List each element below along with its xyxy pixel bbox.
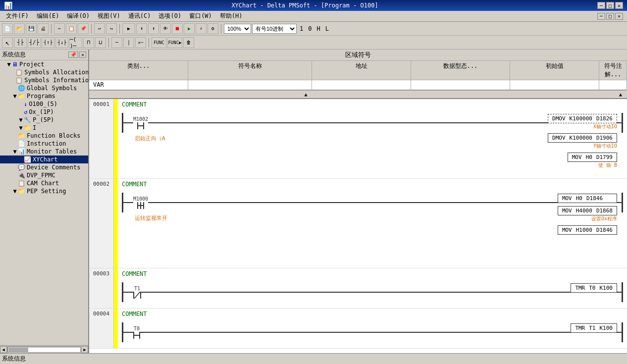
cell-comment-1[interactable] xyxy=(599,80,627,90)
cell-address-1[interactable] xyxy=(312,80,411,90)
menu-view[interactable]: 视图(V) xyxy=(94,11,124,21)
sidebar-item-xychart[interactable]: 📈 XYChart xyxy=(0,156,88,163)
pos-contact-btn[interactable]: ┤↑├ xyxy=(42,37,54,48)
save-btn[interactable]: 💾 xyxy=(26,23,37,34)
redo-btn[interactable]: ↪ xyxy=(106,23,117,34)
undo-btn[interactable]: ↩ xyxy=(94,23,105,34)
p5p-toggle[interactable]: ▼ xyxy=(18,116,24,123)
i-toggle[interactable]: ▼ xyxy=(18,124,24,131)
open-btn[interactable]: 📂 xyxy=(14,23,25,34)
config-btn[interactable]: ⚙ xyxy=(208,23,218,34)
coil-btn[interactable]: ─( )─ xyxy=(69,37,82,48)
sidebar-item-instruction[interactable]: 📄 Instruction xyxy=(0,140,88,148)
zoom-select[interactable]: 100% 75% 50% 150% xyxy=(224,24,251,34)
sidebar-item-project[interactable]: ▼ 🖥 Project xyxy=(0,60,88,68)
download-btn[interactable]: ⬇ xyxy=(136,23,147,34)
sidebar-item-o100[interactable]: ↓ O100_(5) xyxy=(0,100,88,108)
compile-btn[interactable]: ▶ xyxy=(122,23,135,34)
instr-box-tmr2[interactable]: TMR T1 K100 xyxy=(571,323,617,333)
del-btn[interactable]: 🗑 xyxy=(183,37,194,48)
cell-datatype-1[interactable] xyxy=(411,80,510,90)
sidebar-item-label-symbols-alloc: Symbols Allocation xyxy=(24,69,88,76)
scroll-right-btn[interactable]: ▶ xyxy=(81,346,88,353)
instr-box-mov1[interactable]: MOV H0 D1799 xyxy=(568,153,617,162)
cut-btn[interactable]: ✂ xyxy=(54,23,65,34)
sidebar-item-symbols-alloc[interactable]: 📋 Symbols Allocation xyxy=(0,68,88,76)
sidebar-item-dvp[interactable]: 🔌 DVP_FPMC xyxy=(0,171,88,179)
sidebar-close-btn[interactable]: ✕ xyxy=(79,52,86,58)
vert-line-btn[interactable]: | xyxy=(123,37,134,48)
parallel-btn[interactable]: ⊓ xyxy=(83,37,94,48)
instr-box-mov4[interactable]: MOV H1000 D1846 xyxy=(558,225,617,235)
symbol-table-scrollbar[interactable]: ▲ ▲ xyxy=(89,90,627,98)
sidebar-scrollbar[interactable]: ◀ ▶ xyxy=(0,345,88,353)
ladder-area[interactable]: 00001 COMMENT M1002 xyxy=(89,99,627,353)
outer-min-btn[interactable]: ─ xyxy=(597,2,605,9)
inner-max-btn[interactable]: □ xyxy=(606,13,614,20)
instr-btn[interactable]: FUNC xyxy=(152,37,166,48)
title-controls[interactable]: ─ □ ✕ xyxy=(597,2,623,9)
menu-compile[interactable]: 编译(O) xyxy=(63,11,94,21)
no-contact-btn[interactable]: ┤├ xyxy=(14,37,27,48)
scroll-right2-btn[interactable]: ▲ xyxy=(619,92,622,97)
sidebar-item-programs[interactable]: ▼ 📁 Programs xyxy=(0,92,88,100)
sidebar-item-ox1p[interactable]: ↺ Ox_(1P) xyxy=(0,108,88,116)
scroll-thumb[interactable] xyxy=(8,348,28,353)
menu-help[interactable]: 帮助(H) xyxy=(216,11,247,21)
contact-m1002[interactable]: M1002 xyxy=(133,116,148,129)
sidebar-item-symbols-info[interactable]: 📋 Symbols Information xyxy=(0,76,88,84)
instr2-btn[interactable]: FUNC▶ xyxy=(167,37,182,48)
menu-file[interactable]: 文件(F) xyxy=(2,11,33,21)
numformat-select[interactable]: 有号10进制 无号10进制 16进制 xyxy=(252,24,297,34)
contact-t1[interactable]: T1 xyxy=(133,286,141,299)
sidebar-item-pep[interactable]: ▼ 📁 PEP Setting xyxy=(0,187,88,195)
cell-initial-1[interactable] xyxy=(510,80,599,90)
run-btn[interactable]: ▶ xyxy=(184,23,195,34)
contact-t0[interactable]: T0 xyxy=(133,326,140,339)
inner-close-btn[interactable]: ✕ xyxy=(615,13,623,20)
series-btn[interactable]: ⊔ xyxy=(95,37,106,48)
mt-toggle[interactable]: ▼ xyxy=(12,148,18,155)
outer-close-btn[interactable]: ✕ xyxy=(615,2,623,9)
select-btn[interactable]: ↖ xyxy=(2,37,13,48)
scroll-track[interactable] xyxy=(7,347,81,353)
monitor-btn[interactable]: 👁 xyxy=(160,23,171,34)
instr-box-tmr1[interactable]: TMR T0 K100 xyxy=(571,283,617,293)
del-line-btn[interactable]: ✕─ xyxy=(135,37,146,48)
project-toggle[interactable]: ▼ xyxy=(6,61,12,68)
instr-box-dmov1[interactable]: DMOV K100000 D1826 xyxy=(548,114,617,123)
cell-category-1[interactable]: VAR xyxy=(89,80,188,90)
programs-toggle[interactable]: ▼ xyxy=(12,93,18,100)
inner-min-btn[interactable]: ─ xyxy=(597,13,605,20)
sidebar-pin-btn[interactable]: 📌 xyxy=(68,52,78,58)
instr-box-dmov2[interactable]: DMOV K100000 D1906 xyxy=(548,133,617,143)
menu-comm[interactable]: 通讯(C) xyxy=(124,11,155,21)
menu-window[interactable]: 窗口(W) xyxy=(185,11,216,21)
horiz-line-btn[interactable]: ─ xyxy=(111,37,122,48)
upload-btn[interactable]: ⬆ xyxy=(148,23,159,34)
instr-box-mov2[interactable]: MOV H0 D1846 xyxy=(558,194,617,203)
sidebar-item-p5p[interactable]: ▼ 🔧 P_(5P) xyxy=(0,116,88,124)
sidebar-item-function-blocks[interactable]: 📁 Function Blocks xyxy=(0,132,88,140)
instr-box-mov3[interactable]: MOV H4000 D1868 xyxy=(558,206,617,215)
force-btn[interactable]: ⚡ xyxy=(196,23,207,34)
sidebar-item-cam-chart[interactable]: 📋 CAM Chart xyxy=(0,179,88,187)
copy-btn[interactable]: 📋 xyxy=(66,23,77,34)
stop-btn[interactable]: ⏹ xyxy=(172,23,183,34)
new-btn[interactable]: 📄 xyxy=(2,23,13,34)
sidebar-item-device-comments[interactable]: 💬 Device Comments xyxy=(0,163,88,171)
pep-toggle[interactable]: ▼ xyxy=(12,188,18,195)
nc-contact-btn[interactable]: ┤/├ xyxy=(28,37,41,48)
neg-contact-btn[interactable]: ┤↓├ xyxy=(55,37,68,48)
sidebar-item-i[interactable]: ▼ 📁 I xyxy=(0,124,88,132)
print-btn[interactable]: 🖨 xyxy=(38,23,49,34)
paste-btn[interactable]: 📌 xyxy=(78,23,89,34)
cell-name-1[interactable] xyxy=(188,80,312,90)
menu-edit[interactable]: 编辑(E) xyxy=(33,11,63,21)
sidebar-item-global-symbols[interactable]: 🌐 Global Symbols xyxy=(0,84,88,92)
contact-m1000[interactable]: M1000 xyxy=(133,196,148,209)
sidebar-item-monitor-tables[interactable]: ▼ 📊 Monitor Tables xyxy=(0,148,88,156)
outer-max-btn[interactable]: □ xyxy=(606,2,614,9)
menu-options[interactable]: 选项(O) xyxy=(155,11,185,21)
scroll-left-btn[interactable]: ◀ xyxy=(0,346,7,353)
